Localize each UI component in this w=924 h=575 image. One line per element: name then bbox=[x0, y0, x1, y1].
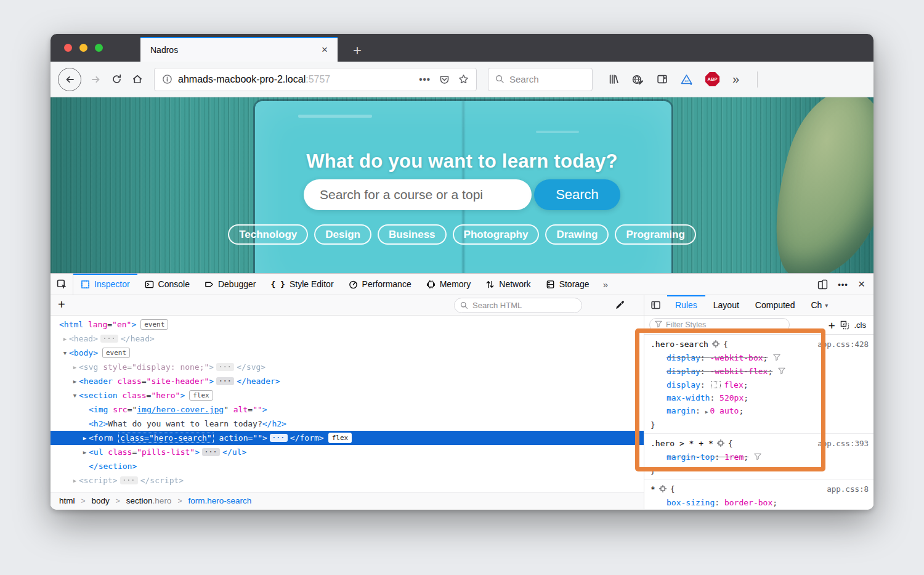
element-picker-icon[interactable] bbox=[51, 274, 73, 295]
breadcrumb-item[interactable]: html bbox=[59, 496, 75, 505]
filter-styles-field[interactable] bbox=[649, 318, 790, 332]
rule-selector-line[interactable]: app.css:8*{ bbox=[650, 483, 869, 496]
ellipsis-expand-icon[interactable]: ··· bbox=[216, 363, 234, 371]
markup-row[interactable]: <h2>What do you want to learn today?</h2… bbox=[51, 417, 644, 431]
markup-row[interactable]: <img src="img/hero-cover.jpg" alt=""> bbox=[51, 402, 644, 417]
markup-row[interactable]: ▼<body>event bbox=[51, 346, 644, 360]
hero-pill[interactable]: Photography bbox=[453, 224, 540, 245]
css-declaration[interactable]: display: -webkit-box; bbox=[650, 351, 869, 365]
search-html-field[interactable] bbox=[454, 298, 582, 313]
css-declaration[interactable]: display: flex; bbox=[650, 378, 869, 391]
back-button[interactable] bbox=[58, 68, 81, 91]
globe-edit-icon[interactable] bbox=[632, 74, 644, 85]
reload-button[interactable] bbox=[106, 69, 127, 90]
toggle-classes-button[interactable]: .cls bbox=[854, 320, 869, 330]
page-actions-icon[interactable]: ••• bbox=[419, 74, 431, 84]
browser-tab[interactable]: Nadros × bbox=[140, 37, 338, 62]
devtools-tab-network[interactable]: Network bbox=[478, 274, 538, 295]
devtools-tab-style-editor[interactable]: { }Style Editor bbox=[263, 274, 341, 295]
sidebar-tab-computed[interactable]: Computed bbox=[747, 295, 803, 315]
breadcrumb-item[interactable]: section.hero bbox=[126, 496, 172, 505]
extension-triangle-icon[interactable]: ox bbox=[681, 74, 692, 85]
ellipsis-expand-icon[interactable]: ··· bbox=[202, 448, 220, 456]
browser-search-field[interactable] bbox=[488, 68, 593, 91]
markup-row[interactable]: ▶<svg style="display: none;">···</svg> bbox=[51, 360, 644, 374]
hero-pill[interactable]: Programing bbox=[615, 224, 695, 245]
bookmark-star-icon[interactable] bbox=[458, 74, 469, 84]
expand-shorthand-icon[interactable]: ▶ bbox=[705, 409, 708, 415]
expand-arrow-icon[interactable]: ▶ bbox=[81, 431, 89, 446]
sidebar-tab-layout[interactable]: Layout bbox=[705, 295, 747, 315]
pocket-icon[interactable] bbox=[439, 75, 450, 84]
event-badge[interactable]: event bbox=[140, 319, 168, 330]
pseudo-class-panel-icon[interactable] bbox=[840, 320, 849, 330]
collapse-arrow-icon[interactable]: ▼ bbox=[61, 346, 69, 361]
css-declaration[interactable]: margin: ▶0 auto; bbox=[650, 404, 869, 418]
flex-highlighter-toggle[interactable] bbox=[711, 381, 721, 388]
ellipsis-expand-icon[interactable]: ··· bbox=[120, 476, 138, 484]
expand-arrow-icon[interactable]: ▶ bbox=[71, 474, 79, 488]
markup-row[interactable]: ▶<form class="hero-search" action="">···… bbox=[51, 431, 644, 445]
ellipsis-expand-icon[interactable]: ··· bbox=[100, 335, 118, 343]
rule-selector-line[interactable]: app.css:428.hero-search{ bbox=[650, 338, 869, 351]
stylesheet-link[interactable]: app.css:428 bbox=[817, 338, 869, 351]
devtools-tab-performance[interactable]: Performance bbox=[341, 274, 419, 295]
expand-arrow-icon[interactable]: ▶ bbox=[71, 375, 79, 389]
devtools-tab-memory[interactable]: Memory bbox=[419, 274, 479, 295]
markup-row[interactable]: ▶<header class="site-header">···</header… bbox=[51, 374, 644, 388]
overflow-chevrons-icon[interactable]: » bbox=[732, 72, 739, 86]
ellipsis-expand-icon[interactable]: ··· bbox=[270, 434, 288, 442]
tab-close-icon[interactable]: × bbox=[322, 44, 328, 56]
devtools-tab-console[interactable]: Console bbox=[137, 274, 197, 295]
breadcrumb-item[interactable]: form.hero-search bbox=[188, 496, 251, 505]
markup-row[interactable]: ▶<head>···</head> bbox=[51, 332, 644, 346]
hero-pill[interactable]: Drawing bbox=[545, 224, 609, 245]
collapse-sidebar-icon[interactable] bbox=[644, 295, 667, 315]
search-input[interactable] bbox=[509, 74, 571, 84]
breadcrumb-item[interactable]: body bbox=[92, 496, 110, 505]
collapse-arrow-icon[interactable]: ▼ bbox=[71, 389, 79, 403]
eyedropper-icon[interactable] bbox=[615, 300, 625, 312]
more-tabs-icon[interactable]: » bbox=[597, 274, 614, 295]
search-html-input[interactable] bbox=[472, 301, 581, 310]
devtools-close-icon[interactable]: × bbox=[858, 277, 865, 291]
hero-pill[interactable]: Design bbox=[314, 224, 371, 245]
expand-arrow-icon[interactable]: ▶ bbox=[81, 446, 89, 460]
course-search-button[interactable]: Search bbox=[534, 179, 620, 210]
add-rule-button[interactable]: + bbox=[829, 319, 835, 332]
new-tab-button[interactable]: + bbox=[347, 42, 367, 59]
sidebar-tab-ch[interactable]: Ch▾ bbox=[803, 295, 836, 315]
sidebar-icon[interactable] bbox=[657, 74, 668, 84]
library-icon[interactable] bbox=[609, 74, 619, 84]
forward-button[interactable] bbox=[85, 69, 106, 90]
filter-styles-input[interactable] bbox=[666, 320, 784, 329]
event-badge[interactable]: event bbox=[102, 348, 130, 358]
rule-selector-line[interactable]: app.css:393.hero > * + *{ bbox=[650, 437, 869, 451]
add-node-button[interactable]: + bbox=[58, 298, 65, 312]
markup-row[interactable]: ▶<ul class="pills-list">···</ul> bbox=[51, 445, 644, 459]
highlight-selector-icon[interactable] bbox=[659, 483, 667, 496]
flex-badge[interactable]: flex bbox=[328, 433, 352, 443]
home-button[interactable] bbox=[127, 69, 148, 90]
css-declaration[interactable]: max-width: 520px; bbox=[650, 391, 869, 404]
flex-badge[interactable]: flex bbox=[189, 390, 213, 401]
devtools-tab-storage[interactable]: Storage bbox=[538, 274, 597, 295]
sidebar-tab-rules[interactable]: Rules bbox=[667, 295, 705, 315]
devtools-tab-inspector[interactable]: Inspector bbox=[73, 274, 137, 295]
expand-arrow-icon[interactable]: ▶ bbox=[71, 361, 79, 375]
hero-pill[interactable]: Technology bbox=[228, 224, 308, 245]
css-declaration[interactable]: margin-top: 1rem; bbox=[650, 451, 869, 464]
devtools-tab-debugger[interactable]: Debugger bbox=[197, 274, 264, 295]
site-info-icon[interactable] bbox=[162, 74, 172, 84]
css-declaration[interactable]: box-sizing: border-box; bbox=[650, 496, 869, 509]
expand-arrow-icon[interactable]: ▶ bbox=[61, 332, 69, 346]
attribute-link[interactable]: img/hero-cover.jpg bbox=[137, 405, 224, 414]
stylesheet-link[interactable]: app.css:393 bbox=[817, 437, 869, 450]
minimize-window-button[interactable] bbox=[79, 44, 87, 52]
markup-row[interactable]: ▼<section class="hero">flex bbox=[51, 388, 644, 402]
maximize-window-button[interactable] bbox=[95, 44, 103, 52]
markup-row[interactable]: </section> bbox=[51, 459, 644, 473]
hero-pill[interactable]: Business bbox=[378, 224, 447, 245]
close-window-button[interactable] bbox=[64, 44, 72, 52]
markup-row[interactable]: <html lang="en">event bbox=[51, 317, 644, 332]
